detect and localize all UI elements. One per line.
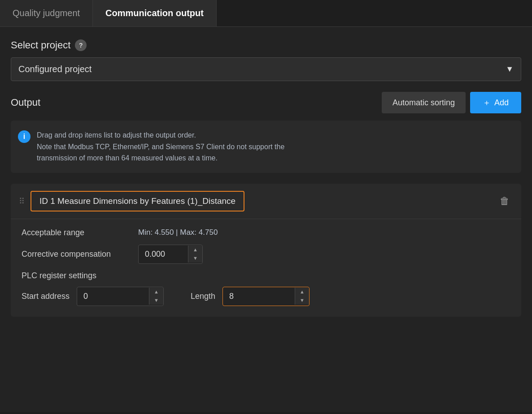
- length-item: Length ▲ ▼: [191, 287, 310, 306]
- start-address-arrows: ▲ ▼: [149, 288, 163, 305]
- info-icon: i: [18, 130, 31, 143]
- select-project-section: Select project ?: [11, 39, 521, 51]
- info-text: Drag and drop items list to adjust the o…: [37, 129, 284, 164]
- corrective-up-arrow[interactable]: ▲: [188, 246, 202, 254]
- item-name-box: ID 1 Measure Dimensions by Features (1)_…: [31, 191, 244, 211]
- add-label: Add: [494, 98, 509, 108]
- corrective-compensation-row: Corrective compensation ▲ ▼: [22, 245, 510, 264]
- length-arrows: ▲ ▼: [295, 288, 309, 305]
- corrective-compensation-label: Corrective compensation: [22, 250, 138, 259]
- length-label: Length: [191, 292, 215, 301]
- length-down-arrow[interactable]: ▼: [295, 296, 309, 305]
- project-dropdown[interactable]: Configured project ▼: [11, 57, 521, 81]
- plus-icon: ＋: [483, 97, 491, 108]
- start-address-label: Start address: [22, 292, 70, 301]
- corrective-compensation-input[interactable]: [139, 245, 188, 263]
- help-icon[interactable]: ?: [75, 39, 87, 51]
- acceptable-range-label: Acceptable range: [22, 228, 138, 237]
- start-address-down-arrow[interactable]: ▼: [149, 296, 163, 305]
- output-buttons: Automatic sorting ＋ Add: [382, 92, 521, 113]
- select-project-label: Select project: [11, 39, 70, 51]
- length-up-arrow[interactable]: ▲: [295, 288, 309, 296]
- register-row: Start address ▲ ▼ Length ▲: [22, 287, 510, 306]
- start-address-item: Start address ▲ ▼: [22, 287, 164, 306]
- start-address-up-arrow[interactable]: ▲: [149, 288, 163, 296]
- project-dropdown-value: Configured project: [18, 64, 92, 74]
- start-address-input[interactable]: [77, 287, 149, 306]
- item-name: ID 1 Measure Dimensions by Features (1)_…: [39, 196, 235, 206]
- corrective-down-arrow[interactable]: ▼: [188, 254, 202, 263]
- add-button[interactable]: ＋ Add: [470, 92, 521, 113]
- main-content: Select project ? Configured project ▼ Ou…: [0, 27, 532, 412]
- corrective-compensation-arrows: ▲ ▼: [188, 246, 202, 263]
- tab-bar: Quality judgment Communication output: [0, 0, 532, 27]
- item-drag-name: ⠿ ID 1 Measure Dimensions by Features (1…: [19, 191, 244, 211]
- info-box: i Drag and drop items list to adjust the…: [11, 121, 521, 173]
- auto-sort-button[interactable]: Automatic sorting: [382, 92, 466, 113]
- length-spinbox: ▲ ▼: [222, 287, 310, 306]
- corrective-compensation-spinbox: ▲ ▼: [138, 245, 203, 264]
- tab-communication-output[interactable]: Communication output: [93, 0, 217, 26]
- dropdown-arrow-icon: ▼: [506, 65, 514, 74]
- start-address-spinbox: ▲ ▼: [77, 287, 164, 306]
- delete-icon[interactable]: 🗑: [496, 194, 513, 209]
- item-header: ⠿ ID 1 Measure Dimensions by Features (1…: [11, 184, 521, 219]
- drag-handle-icon[interactable]: ⠿: [19, 196, 25, 206]
- item-card: ⠿ ID 1 Measure Dimensions by Features (1…: [11, 184, 521, 317]
- item-details: Acceptable range Min: 4.550 | Max: 4.750…: [11, 219, 521, 317]
- acceptable-range-row: Acceptable range Min: 4.550 | Max: 4.750: [22, 228, 510, 237]
- acceptable-range-value: Min: 4.550 | Max: 4.750: [138, 228, 218, 237]
- output-row: Output Automatic sorting ＋ Add: [11, 92, 521, 113]
- plc-section-label: PLC register settings: [22, 271, 510, 280]
- tab-quality-judgment[interactable]: Quality judgment: [0, 0, 93, 26]
- output-label: Output: [11, 97, 40, 108]
- length-input[interactable]: [223, 287, 295, 306]
